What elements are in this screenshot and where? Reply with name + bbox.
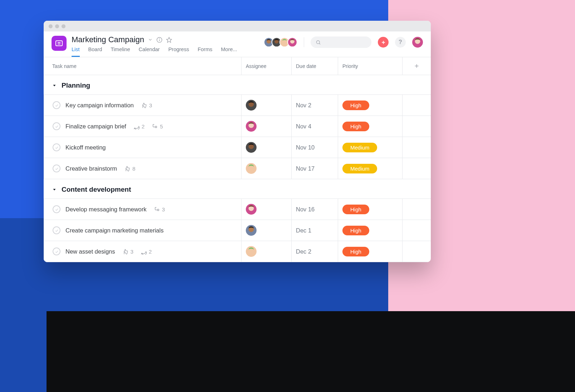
divider: [304, 37, 304, 47]
empty-cell: [402, 137, 431, 158]
star-icon[interactable]: [166, 37, 172, 43]
due-date-cell[interactable]: Nov 4: [291, 116, 338, 137]
assignee-cell[interactable]: [241, 158, 291, 179]
due-date-cell[interactable]: Nov 2: [291, 95, 338, 116]
complete-checkbox[interactable]: [53, 248, 60, 255]
due-date-cell[interactable]: Nov 16: [291, 199, 338, 220]
task-row[interactable]: Creative brainstorm8: [44, 158, 241, 179]
priority-pill: High: [342, 122, 369, 131]
task-row[interactable]: New asset designs32: [44, 241, 241, 262]
complete-checkbox[interactable]: [53, 122, 60, 130]
assignee-avatar: [246, 142, 257, 153]
svg-point-26: [155, 126, 157, 127]
task-name: Key campaign information: [65, 102, 134, 109]
comment-count[interactable]: 2: [141, 249, 152, 255]
section-header[interactable]: Content development: [44, 179, 431, 199]
empty-cell: [402, 241, 431, 262]
task-name: Creative brainstorm: [65, 165, 117, 172]
priority-cell[interactable]: High: [338, 95, 402, 116]
assignee-avatar: [246, 225, 257, 236]
tab-board[interactable]: Board: [88, 46, 102, 57]
task-name: Develop messaging framework: [65, 206, 147, 213]
svg-line-16: [319, 43, 320, 44]
task-row[interactable]: Kickoff meeting: [44, 137, 241, 158]
empty-cell: [402, 116, 431, 137]
column-header-priority[interactable]: Priority: [338, 57, 402, 75]
column-header-task[interactable]: Task name: [44, 57, 241, 75]
assignee-cell[interactable]: [241, 95, 291, 116]
empty-cell: [402, 220, 431, 241]
task-row[interactable]: Key campaign information3: [44, 95, 241, 116]
search-icon: [316, 40, 321, 45]
project-title[interactable]: Marketing Campaign: [72, 35, 144, 44]
complete-checkbox[interactable]: [53, 226, 60, 234]
collaborator-avatars[interactable]: [264, 37, 297, 47]
assignee-cell[interactable]: [241, 241, 291, 262]
svg-point-5: [159, 38, 160, 39]
tab-calendar[interactable]: Calendar: [139, 46, 160, 57]
like-count[interactable]: 8: [124, 166, 135, 172]
tab-more[interactable]: More...: [221, 46, 237, 57]
complete-checkbox[interactable]: [53, 143, 60, 151]
subtask-count[interactable]: 5: [152, 123, 163, 129]
chevron-down-icon[interactable]: [148, 37, 153, 42]
tab-forms[interactable]: Forms: [198, 46, 212, 57]
complete-checkbox[interactable]: [53, 101, 60, 109]
window-dot: [49, 24, 53, 28]
task-row[interactable]: Create campaign marketing materials: [44, 220, 241, 241]
section-header[interactable]: Planning: [44, 75, 431, 95]
comment-count[interactable]: 2: [133, 123, 145, 129]
help-button[interactable]: ?: [395, 37, 406, 48]
priority-cell[interactable]: Medium: [338, 158, 402, 179]
assignee-cell[interactable]: [241, 116, 291, 137]
info-icon[interactable]: [156, 37, 162, 43]
section-name: Planning: [62, 82, 90, 89]
priority-cell[interactable]: High: [338, 241, 402, 262]
assignee-cell[interactable]: [241, 220, 291, 241]
column-header-assignee[interactable]: Assignee: [241, 57, 291, 75]
priority-cell[interactable]: High: [338, 199, 402, 220]
tab-timeline[interactable]: Timeline: [111, 46, 130, 57]
assignee-avatar: [246, 246, 257, 257]
search-input[interactable]: [311, 36, 371, 48]
task-name: New asset designs: [65, 248, 115, 255]
plus-icon: [414, 63, 420, 69]
priority-cell[interactable]: Medium: [338, 137, 402, 158]
app-window: Marketing Campaign ListBoardTimelineCale…: [44, 21, 431, 262]
caret-down-icon: [52, 187, 57, 192]
like-count[interactable]: 3: [141, 102, 152, 108]
project-icon[interactable]: [52, 36, 67, 51]
assignee-cell[interactable]: [241, 199, 291, 220]
due-date-cell[interactable]: Dec 2: [291, 241, 338, 262]
collaborator-avatar[interactable]: [287, 37, 297, 47]
subtask-count[interactable]: 3: [154, 206, 165, 212]
add-column-button[interactable]: [402, 57, 431, 75]
complete-checkbox[interactable]: [53, 165, 60, 172]
assignee-cell[interactable]: [241, 137, 291, 158]
me-avatar[interactable]: [412, 37, 423, 48]
priority-cell[interactable]: High: [338, 220, 402, 241]
priority-pill: High: [342, 247, 369, 256]
tab-list[interactable]: List: [72, 46, 80, 57]
due-date-cell[interactable]: Dec 1: [291, 220, 338, 241]
complete-checkbox[interactable]: [53, 205, 60, 213]
priority-pill: High: [342, 205, 369, 214]
tab-progress[interactable]: Progress: [168, 46, 189, 57]
svg-marker-33: [53, 189, 56, 191]
assignee-avatar: [246, 163, 257, 174]
assignee-avatar: [246, 100, 257, 111]
window-dot: [62, 24, 65, 28]
priority-cell[interactable]: High: [338, 116, 402, 137]
task-name: Kickoff meeting: [65, 144, 106, 151]
task-row[interactable]: Develop messaging framework3: [44, 199, 241, 220]
task-row[interactable]: Finalize campaign brief25: [44, 116, 241, 137]
column-header-due[interactable]: Due date: [291, 57, 338, 75]
section-name: Content development: [62, 186, 131, 193]
due-date-cell[interactable]: Nov 10: [291, 137, 338, 158]
tab-bar: ListBoardTimelineCalendarProgressFormsMo…: [72, 46, 264, 57]
due-date-cell[interactable]: Nov 17: [291, 158, 338, 179]
empty-cell: [402, 158, 431, 179]
add-button[interactable]: [378, 37, 389, 48]
like-count[interactable]: 3: [122, 249, 133, 255]
assignee-avatar: [246, 204, 257, 215]
